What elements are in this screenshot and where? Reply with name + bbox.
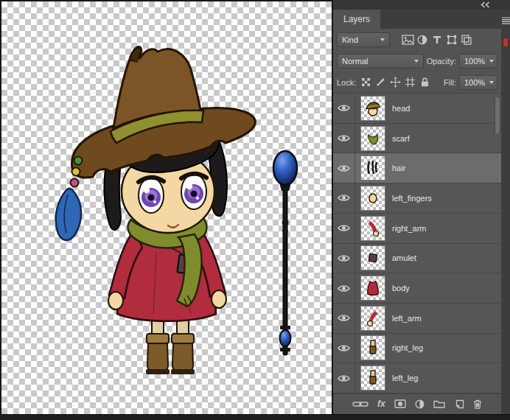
eye-icon: [338, 164, 350, 172]
smart-object-filter-icon[interactable]: [459, 32, 474, 47]
kind-filter-dropdown[interactable]: Kind: [337, 32, 390, 47]
layer-name: amulet: [392, 253, 416, 262]
layer-thumbnail[interactable]: [361, 336, 385, 360]
layer-name: head: [392, 104, 410, 113]
panel-dock-header: [333, 0, 510, 10]
shape-layer-filter-icon[interactable]: [444, 32, 459, 47]
eye-icon: [338, 104, 350, 112]
type-layer-filter-icon[interactable]: [430, 32, 444, 47]
layer-thumbnail[interactable]: [361, 246, 385, 270]
visibility-cell[interactable]: [333, 214, 355, 243]
layer-row-head[interactable]: head: [333, 94, 501, 124]
delete-layer-trash-icon[interactable]: [473, 399, 482, 409]
eye-icon: [338, 134, 350, 142]
new-group-folder-icon[interactable]: [433, 399, 445, 408]
visibility-cell[interactable]: [333, 153, 355, 183]
opacity-dropdown[interactable]: 100%: [459, 54, 497, 69]
link-layers-icon[interactable]: [352, 400, 368, 408]
layer-name: left_leg: [392, 374, 418, 382]
staff-art: [273, 151, 297, 355]
chevron-down-icon: [489, 60, 494, 63]
character-body-art: [108, 218, 226, 374]
visibility-cell[interactable]: [333, 304, 355, 333]
lock-position-icon[interactable]: [388, 76, 402, 89]
thumb-left-fingers-art: [363, 189, 382, 208]
fill-dropdown[interactable]: 100%: [459, 75, 497, 90]
layer-thumbnail[interactable]: [361, 217, 385, 240]
blend-mode-value: Normal: [342, 57, 368, 66]
thumb-amulet-art: [363, 248, 382, 267]
panel-tab-bar: Layers: [333, 10, 510, 29]
eye-icon: [338, 344, 350, 352]
tab-layers[interactable]: Layers: [333, 10, 380, 29]
thumb-right-arm-art: [363, 219, 382, 238]
layer-row-scarf[interactable]: scarf: [333, 124, 501, 154]
layer-name: scarf: [392, 134, 410, 143]
panel-menu-icon[interactable]: [502, 17, 510, 24]
adjustment-layer-filter-icon[interactable]: [415, 32, 430, 47]
visibility-cell[interactable]: [333, 124, 355, 153]
layer-thumbnail[interactable]: [361, 307, 385, 330]
layer-name: left_arm: [392, 314, 422, 323]
layer-thumbnail[interactable]: [361, 366, 385, 390]
visibility-cell[interactable]: [333, 273, 355, 303]
layer-row-left-arm[interactable]: left_arm: [333, 304, 501, 334]
thumb-right-leg-art: [363, 338, 382, 357]
layer-row-hair[interactable]: hair: [333, 153, 501, 183]
artwork-character-and-staff: [1, 1, 332, 414]
eye-icon: [338, 314, 350, 322]
lock-row: Lock:: [333, 71, 501, 93]
layer-name: right_leg: [392, 343, 423, 352]
lock-all-icon[interactable]: [418, 76, 431, 89]
layer-row-amulet[interactable]: amulet: [333, 244, 501, 274]
visibility-cell[interactable]: [333, 94, 355, 123]
lock-transparent-pixels-icon[interactable]: [359, 76, 372, 89]
layer-list: head scarf: [333, 94, 501, 393]
layer-thumbnail[interactable]: [361, 127, 385, 150]
layer-row-body[interactable]: body: [333, 273, 501, 304]
chevron-down-icon: [489, 81, 494, 84]
visibility-cell[interactable]: [333, 244, 355, 273]
blend-mode-dropdown[interactable]: Normal: [337, 54, 424, 69]
layer-row-right-arm[interactable]: right_arm: [333, 214, 501, 244]
scrollbar-thumb[interactable]: [495, 97, 500, 135]
eye-icon: [338, 224, 350, 232]
layers-panel-body: Kind: [333, 29, 501, 413]
visibility-cell[interactable]: [333, 363, 355, 393]
document-canvas[interactable]: [1, 1, 332, 414]
layers-panel-footer: fx: [333, 393, 501, 413]
collapse-panels-icon[interactable]: [480, 1, 491, 8]
layer-row-left-fingers[interactable]: left_fingers: [333, 183, 501, 214]
thumb-left-arm-art: [363, 309, 382, 328]
new-layer-icon[interactable]: [454, 399, 464, 409]
layer-name: left_fingers: [392, 194, 432, 203]
lock-label: Lock:: [337, 78, 356, 87]
thumb-scarf-art: [363, 129, 382, 148]
eye-icon: [338, 194, 350, 202]
layer-style-fx-icon[interactable]: fx: [377, 399, 385, 409]
layer-row-right-leg[interactable]: right_leg: [333, 334, 501, 364]
new-adjustment-layer-icon[interactable]: [415, 399, 425, 409]
window-bottom-edge: [0, 414, 510, 420]
thumb-hair-art: [363, 158, 382, 178]
chevron-down-icon: [414, 60, 419, 63]
lock-artboards-icon[interactable]: [403, 76, 416, 89]
layer-name: body: [392, 284, 410, 293]
eye-icon: [338, 254, 350, 262]
layer-thumbnail[interactable]: [361, 276, 385, 300]
layer-row-left-leg[interactable]: left_leg: [333, 363, 501, 393]
blend-row: Normal Opacity: 100%: [333, 50, 501, 71]
visibility-cell[interactable]: [333, 334, 355, 363]
lock-image-pixels-icon[interactable]: [374, 76, 387, 89]
layer-thumbnail[interactable]: [361, 97, 385, 120]
thumb-head-art: [363, 99, 382, 118]
chevron-down-icon: [380, 38, 385, 41]
visibility-cell[interactable]: [333, 183, 355, 213]
pixel-layer-filter-icon[interactable]: [400, 32, 415, 47]
add-layer-mask-icon[interactable]: [394, 399, 406, 408]
layer-thumbnail[interactable]: [361, 156, 385, 180]
layer-thumbnail[interactable]: [361, 186, 385, 210]
thumb-body-art: [363, 279, 382, 298]
layer-filter-toggle-icon[interactable]: [503, 38, 509, 47]
eye-icon: [338, 284, 350, 293]
